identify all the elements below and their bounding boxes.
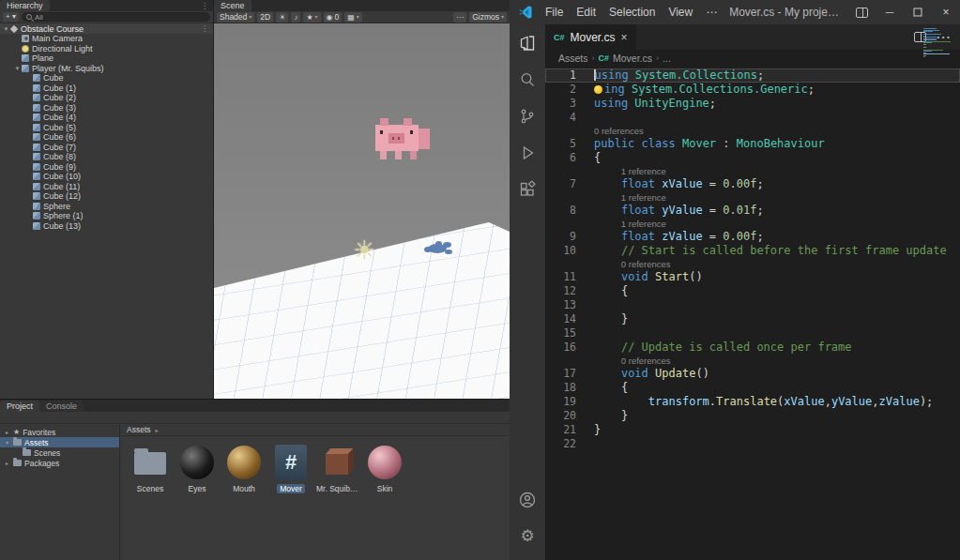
- 2d-toggle-button[interactable]: 2D: [257, 12, 273, 23]
- code-line[interactable]: 6{: [545, 151, 960, 165]
- code-line[interactable]: 13: [545, 298, 960, 312]
- code-line[interactable]: 7 float xValue = 0.00f;: [545, 177, 960, 191]
- code-line[interactable]: 12 {: [545, 284, 960, 298]
- code-line[interactable]: 5public class Mover : MonoBehaviour: [545, 137, 960, 151]
- tab-scene[interactable]: Scene: [214, 0, 251, 11]
- hierarchy-item[interactable]: Cube (5): [0, 123, 213, 133]
- line-number[interactable]: 1: [545, 68, 594, 83]
- code-line[interactable]: 11 void Start(): [545, 270, 960, 284]
- line-number[interactable]: 19: [545, 395, 594, 409]
- tab-hierarchy[interactable]: Hierarchy: [0, 0, 50, 11]
- shading-mode-dropdown[interactable]: Shaded ▾: [217, 12, 254, 23]
- maximize-button[interactable]: [904, 0, 932, 24]
- hierarchy-item[interactable]: Cube (1): [0, 83, 213, 94]
- line-number[interactable]: 16: [545, 341, 594, 355]
- search-icon[interactable]: [510, 61, 545, 98]
- hierarchy-item[interactable]: Plane: [0, 53, 213, 64]
- code-line[interactable]: 19 transform.Translate(xValue,yValue,zVa…: [545, 395, 960, 409]
- code-line[interactable]: 10 // Start is called before the first f…: [545, 244, 960, 258]
- hierarchy-item[interactable]: Cube (8): [0, 152, 213, 162]
- hierarchy-item[interactable]: Sphere: [0, 202, 213, 212]
- line-number[interactable]: 12: [545, 284, 594, 298]
- gizmos-dropdown[interactable]: Gizmos ▾: [469, 12, 507, 23]
- line-number[interactable]: 11: [545, 270, 594, 284]
- scene-viewport[interactable]: ☀: [214, 23, 510, 399]
- asset-tile[interactable]: Scenes: [129, 444, 172, 493]
- code-line[interactable]: 1using System.Collections;: [545, 68, 960, 83]
- explorer-icon[interactable]: [510, 24, 545, 61]
- hierarchy-item[interactable]: Cube (13): [0, 221, 213, 232]
- codelens-link[interactable]: 0 references: [545, 125, 960, 137]
- code-line[interactable]: 21}: [545, 423, 960, 437]
- foldout-arrow-icon[interactable]: ▸: [4, 429, 10, 435]
- create-object-button[interactable]: + ▾: [3, 12, 19, 22]
- sidebar-item-assets[interactable]: ▾Assets: [0, 437, 119, 447]
- breadcrumb-root[interactable]: Assets: [558, 53, 588, 64]
- code-area[interactable]: 1using System.Collections;2ing System.Co…: [545, 66, 960, 560]
- code-line[interactable]: 4: [545, 111, 960, 125]
- code-line[interactable]: 9 float zValue = 0.00f;: [545, 230, 960, 244]
- hierarchy-search-input[interactable]: All: [22, 12, 210, 22]
- hierarchy-item[interactable]: Cube (3): [0, 103, 213, 114]
- scene-visibility-toggle[interactable]: ◉ 0: [324, 12, 343, 23]
- line-number[interactable]: 14: [545, 312, 594, 326]
- code-line[interactable]: 18 {: [545, 381, 960, 395]
- source-control-icon[interactable]: [510, 98, 545, 134]
- line-number[interactable]: 3: [545, 97, 594, 111]
- line-number[interactable]: 18: [545, 381, 594, 395]
- line-number[interactable]: 15: [545, 326, 594, 341]
- asset-tile[interactable]: #Mover: [269, 444, 312, 493]
- hierarchy-item[interactable]: Cube (2): [0, 93, 213, 103]
- grid-visibility-dropdown[interactable]: ▦ ▾: [344, 12, 362, 23]
- breadcrumb[interactable]: Assets › C# Mover.cs › ...: [545, 50, 960, 66]
- code-line[interactable]: 3using UnityEngine;: [545, 97, 960, 111]
- codelens-link[interactable]: 1 reference: [545, 191, 960, 204]
- account-icon[interactable]: [510, 481, 545, 518]
- effects-dropdown[interactable]: ★ ▾: [303, 12, 320, 23]
- scene-lighting-toggle[interactable]: ☀: [276, 12, 288, 23]
- breadcrumb-more[interactable]: ...: [663, 53, 671, 64]
- asset-tile[interactable]: Mouth: [222, 444, 266, 493]
- menu-more-icon[interactable]: ⋯: [699, 3, 724, 22]
- line-number[interactable]: 13: [545, 298, 594, 312]
- sidebar-item-packages[interactable]: ▸Packages: [0, 458, 119, 468]
- hierarchy-item[interactable]: ▼Player (Mr. Squibs): [0, 64, 213, 74]
- hierarchy-item[interactable]: Cube (10): [0, 172, 213, 182]
- codelens-link[interactable]: 1 reference: [545, 165, 960, 177]
- code-line[interactable]: 20 }: [545, 409, 960, 423]
- hierarchy-item[interactable]: Cube (4): [0, 113, 213, 123]
- line-number[interactable]: 21: [545, 423, 594, 437]
- hierarchy-item[interactable]: Cube: [0, 73, 213, 83]
- code-line[interactable]: 17 void Update(): [545, 367, 960, 381]
- codelens-link[interactable]: 0 references: [545, 355, 960, 367]
- directional-light-gizmo[interactable]: ☀: [353, 235, 375, 265]
- scene-audio-toggle[interactable]: ♪: [291, 12, 300, 23]
- code-line[interactable]: 2ing System.Collections.Generic;: [545, 83, 960, 97]
- line-number[interactable]: 10: [545, 244, 594, 258]
- line-number[interactable]: 9: [545, 230, 594, 244]
- codelens-link[interactable]: 0 references: [545, 258, 960, 270]
- blue-splat-object[interactable]: [424, 241, 454, 256]
- hierarchy-item[interactable]: Cube (6): [0, 132, 213, 143]
- code-line[interactable]: 15: [545, 326, 960, 341]
- asset-tile[interactable]: Eyes: [175, 444, 219, 493]
- assets-breadcrumb[interactable]: Assets ▸: [121, 424, 510, 436]
- vscode-titlebar[interactable]: FileEditSelectionView⋯ Mover.cs - My pro…: [510, 0, 960, 24]
- line-number[interactable]: 22: [545, 437, 594, 451]
- close-button[interactable]: ×: [932, 0, 960, 24]
- tab-mover-cs[interactable]: C# Mover.cs ×: [545, 24, 637, 50]
- line-number[interactable]: 7: [545, 177, 594, 191]
- foldout-arrow-icon[interactable]: ▸: [4, 460, 10, 466]
- foldout-arrow-icon[interactable]: ▾: [4, 439, 10, 446]
- code-line[interactable]: 16 // Update is called once per frame: [545, 341, 960, 355]
- layout-toggle-button[interactable]: [847, 0, 876, 24]
- hierarchy-item[interactable]: Cube (11): [0, 182, 213, 192]
- line-number[interactable]: 20: [545, 409, 594, 423]
- tab-console[interactable]: Console: [39, 401, 84, 412]
- asset-tile[interactable]: Mr. Squibs 1: [316, 444, 359, 493]
- favorites-header[interactable]: ▸ ★ Favorites: [0, 427, 119, 437]
- menu-selection[interactable]: Selection: [602, 3, 662, 22]
- extensions-icon[interactable]: [510, 171, 545, 207]
- close-tab-icon[interactable]: ×: [621, 31, 628, 44]
- line-number[interactable]: 8: [545, 204, 594, 218]
